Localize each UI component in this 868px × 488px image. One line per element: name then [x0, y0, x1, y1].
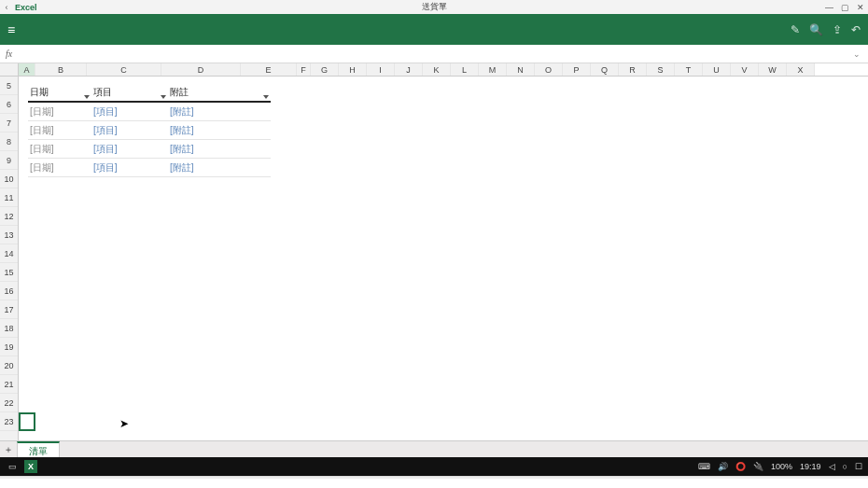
column-header[interactable]: F: [297, 63, 311, 76]
filter-dropdown-icon[interactable]: [161, 95, 166, 99]
column-header[interactable]: A: [19, 63, 35, 76]
table-header-cell[interactable]: 項目: [91, 86, 168, 99]
row-header[interactable]: 21: [0, 375, 18, 394]
document-title: 送貨單: [422, 1, 447, 13]
table-cell[interactable]: [日期]: [28, 105, 91, 119]
table-cell[interactable]: [日期]: [28, 143, 91, 156]
column-header[interactable]: X: [787, 63, 815, 76]
data-table: 日期項目附註 [日期][項目][附註][日期][項目][附註][日期][項目][…: [28, 84, 271, 177]
column-header[interactable]: W: [759, 63, 787, 76]
title-bar: ‹ Excel 送貨單 — ▢ ✕: [0, 0, 868, 14]
row-header[interactable]: 23: [0, 412, 18, 431]
table-cell[interactable]: [附註]: [168, 124, 271, 137]
column-header[interactable]: Q: [591, 63, 619, 76]
keyboard-icon[interactable]: ⌨: [698, 462, 710, 471]
search-icon[interactable]: 🔍: [809, 23, 823, 36]
column-header[interactable]: C: [87, 63, 161, 76]
row-header[interactable]: 18: [0, 319, 18, 338]
column-header[interactable]: B: [35, 63, 87, 76]
clock: 19:19: [800, 462, 821, 471]
add-sheet-button[interactable]: ＋: [0, 441, 17, 457]
minimize-button[interactable]: —: [825, 3, 833, 12]
filter-dropdown-icon[interactable]: [263, 95, 269, 99]
task-view-icon[interactable]: ▭: [6, 460, 19, 473]
table-cell[interactable]: [項目]: [91, 105, 168, 119]
formula-bar[interactable]: fx ⌄: [0, 45, 868, 63]
row-header[interactable]: 16: [0, 282, 18, 300]
row-header[interactable]: 7: [0, 114, 18, 132]
column-headers: ABCDEFGHIJKLMNOPQRSTUVWX: [0, 63, 868, 77]
row-header[interactable]: 11: [0, 188, 18, 207]
row-header[interactable]: 12: [0, 207, 18, 226]
column-header[interactable]: V: [731, 63, 759, 76]
ribbon-bar: ≡ ✎ 🔍 ⇪ ↶: [0, 14, 868, 45]
table-cell[interactable]: [項目]: [91, 124, 168, 137]
taskbar: ▭ X ⌨ 🔊 ⭕ 🔌 100% 19:19 ◁ ○ ☐: [0, 457, 868, 476]
column-header[interactable]: D: [161, 63, 241, 76]
share-icon[interactable]: ⇪: [833, 23, 842, 36]
back-nav-icon[interactable]: ◁: [829, 462, 835, 471]
table-header-cell[interactable]: 日期: [28, 86, 91, 99]
back-icon[interactable]: ‹: [0, 3, 13, 12]
column-header[interactable]: L: [451, 63, 479, 76]
column-header[interactable]: K: [423, 63, 451, 76]
table-cell[interactable]: [日期]: [28, 161, 91, 174]
row-header[interactable]: 14: [0, 244, 18, 263]
table-cell[interactable]: [項目]: [91, 161, 168, 174]
table-cell[interactable]: [附註]: [168, 143, 271, 156]
column-header[interactable]: T: [675, 63, 703, 76]
column-header[interactable]: M: [479, 63, 507, 76]
battery-status: 100%: [771, 462, 792, 471]
column-header[interactable]: H: [339, 63, 367, 76]
menu-icon[interactable]: ≡: [7, 22, 15, 37]
recent-nav-icon[interactable]: ☐: [855, 462, 862, 471]
column-header[interactable]: O: [535, 63, 563, 76]
row-header[interactable]: 15: [0, 263, 18, 282]
table-cell[interactable]: [附註]: [168, 161, 271, 174]
table-row[interactable]: [日期][項目][附註]: [28, 140, 271, 159]
column-header[interactable]: I: [367, 63, 395, 76]
column-header[interactable]: J: [395, 63, 423, 76]
table-cell[interactable]: [日期]: [28, 124, 91, 137]
expand-formula-icon[interactable]: ⌄: [853, 49, 861, 59]
row-headers: 567891011121314151617181920212223: [0, 77, 19, 440]
sheet-tab-bar: ＋ 清單: [0, 440, 868, 457]
maximize-button[interactable]: ▢: [841, 3, 849, 12]
select-all-corner[interactable]: [0, 63, 19, 76]
table-cell[interactable]: [項目]: [91, 143, 168, 156]
table-row[interactable]: [日期][項目][附註]: [28, 103, 271, 121]
worksheet-grid[interactable]: 567891011121314151617181920212223 日期項目附註…: [0, 77, 868, 440]
column-header[interactable]: S: [647, 63, 675, 76]
column-header[interactable]: U: [703, 63, 731, 76]
column-header[interactable]: E: [241, 63, 297, 76]
row-header[interactable]: 10: [0, 170, 18, 188]
column-header[interactable]: R: [619, 63, 647, 76]
row-header[interactable]: 22: [0, 394, 18, 412]
row-header[interactable]: 19: [0, 338, 18, 356]
app-name: Excel: [15, 3, 37, 12]
close-button[interactable]: ✕: [857, 3, 864, 12]
column-header[interactable]: N: [507, 63, 535, 76]
table-row[interactable]: [日期][項目][附註]: [28, 159, 271, 177]
home-nav-icon[interactable]: ○: [843, 462, 847, 471]
row-header[interactable]: 6: [0, 95, 18, 114]
row-header[interactable]: 5: [0, 77, 18, 95]
row-header[interactable]: 9: [0, 151, 18, 170]
undo-icon[interactable]: ↶: [851, 23, 861, 36]
table-row[interactable]: [日期][項目][附註]: [28, 121, 271, 140]
wifi-icon[interactable]: ⭕: [735, 462, 746, 471]
sheet-tab-active[interactable]: 清單: [17, 441, 60, 457]
row-header[interactable]: 17: [0, 300, 18, 319]
row-header[interactable]: 13: [0, 226, 18, 244]
volume-icon[interactable]: 🔊: [718, 462, 728, 471]
column-header[interactable]: G: [311, 63, 339, 76]
ink-icon[interactable]: ✎: [791, 23, 800, 36]
row-header[interactable]: 20: [0, 356, 18, 375]
power-icon[interactable]: 🔌: [753, 462, 763, 471]
table-header-cell[interactable]: 附註: [168, 86, 271, 99]
excel-taskbar-icon[interactable]: X: [24, 460, 37, 473]
table-cell[interactable]: [附註]: [168, 105, 271, 119]
filter-dropdown-icon[interactable]: [84, 95, 90, 99]
row-header[interactable]: 8: [0, 132, 18, 151]
column-header[interactable]: P: [563, 63, 591, 76]
